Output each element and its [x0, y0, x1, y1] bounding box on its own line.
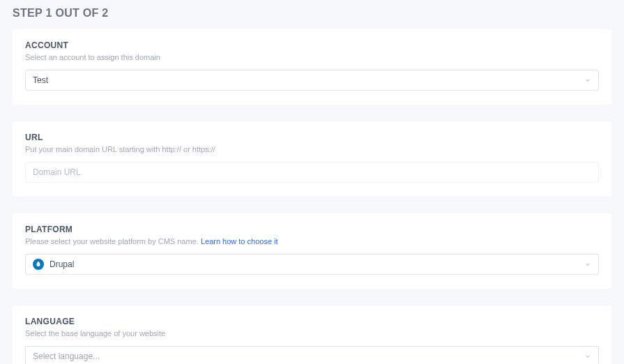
platform-select[interactable]: Drupal [25, 254, 599, 275]
language-select[interactable]: Select language... [25, 346, 599, 364]
platform-label: PLATFORM [25, 225, 599, 234]
platform-learn-link[interactable]: Learn how to choose it [201, 237, 278, 245]
chevron-down-icon [584, 261, 591, 268]
url-label: URL [25, 132, 599, 142]
platform-select-value: Drupal [50, 259, 74, 269]
language-select-placeholder: Select language... [33, 351, 100, 361]
drupal-icon [33, 259, 44, 270]
url-input[interactable] [25, 162, 599, 183]
account-card: ACCOUNT Select an account to assign this… [13, 29, 611, 105]
account-select-value: Test [33, 75, 48, 85]
chevron-down-icon [584, 353, 591, 360]
language-label: LANGUAGE [25, 317, 599, 326]
language-description: Select the base language of your website [25, 329, 599, 338]
page-title: STEP 1 OUT OF 2 [13, 7, 611, 20]
platform-description: Please select your website platform by C… [25, 237, 599, 245]
account-label: ACCOUNT [25, 40, 599, 50]
url-card: URL Put your main domain URL starting wi… [13, 121, 611, 197]
account-select[interactable]: Test [25, 70, 599, 91]
platform-description-text: Please select your website platform by C… [25, 237, 201, 245]
platform-card: PLATFORM Please select your website plat… [13, 213, 611, 289]
url-description: Put your main domain URL starting with h… [25, 145, 599, 153]
language-card: LANGUAGE Select the base language of you… [13, 305, 611, 364]
chevron-down-icon [584, 77, 591, 84]
account-description: Select an account to assign this domain [25, 53, 599, 61]
